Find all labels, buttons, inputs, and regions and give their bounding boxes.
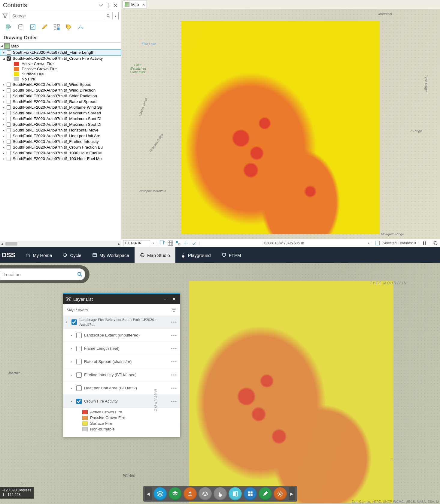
list-by-selection-icon[interactable]	[29, 24, 36, 30]
list-by-editing-icon[interactable]	[41, 24, 48, 30]
layer-checkbox[interactable]	[76, 359, 82, 364]
layer-row[interactable]: ▸SouthForkLF2020-Auto97th.tif_1000 Hour …	[0, 150, 121, 156]
close-icon[interactable]: ✕	[171, 296, 177, 302]
layer-checkbox[interactable]	[7, 117, 11, 121]
list-by-drawing-icon[interactable]	[5, 24, 12, 30]
expand-icon[interactable]: ▸	[71, 387, 74, 390]
location-input[interactable]	[0, 272, 74, 277]
layer-row[interactable]: ▸SouthForkLF2020-Auto97th.tif_Maximum Sp…	[0, 122, 121, 127]
expand-icon[interactable]: ◢	[1, 44, 4, 47]
collapse-icon[interactable]: ▾	[66, 321, 69, 324]
nav-map-studio[interactable]: Map Studio	[135, 247, 175, 263]
expand-icon[interactable]: ▸	[3, 95, 6, 98]
expand-icon[interactable]: ▸	[3, 129, 6, 132]
expand-icon[interactable]: ▸	[3, 117, 6, 120]
layer-checkbox[interactable]	[7, 140, 11, 144]
layer-row[interactable]: ▸SouthForkLF2020-Auto97th.tif_Crown Frac…	[0, 144, 121, 150]
grid-plus-icon[interactable]	[160, 240, 165, 246]
layer-checkbox[interactable]	[71, 319, 77, 325]
layer-checkbox[interactable]	[76, 399, 82, 404]
list-by-source-icon[interactable]	[17, 24, 24, 30]
map-view-bottom[interactable]: Layer List – ✕ Map Layers ▾ Landscape Fi…	[0, 263, 440, 504]
expand-icon[interactable]: ▸	[3, 152, 6, 155]
layer-checkbox[interactable]	[76, 346, 82, 351]
layer-row[interactable]: ▸SouthForkLF2020-Auto97th.tif_Wind Direc…	[0, 87, 121, 93]
tool-edit[interactable]	[259, 487, 272, 500]
layer-checkbox[interactable]	[7, 56, 11, 61]
selection-icon[interactable]	[375, 240, 380, 246]
expand-icon[interactable]: ▸	[71, 373, 74, 376]
list-by-labeling-icon[interactable]	[65, 24, 72, 30]
more-icon[interactable]: •••	[171, 373, 177, 377]
expand-icon[interactable]: ▸	[3, 140, 6, 143]
scroll-right-icon[interactable]: ▶	[117, 242, 121, 246]
map-tab[interactable]: Map ×	[123, 1, 147, 8]
list-by-perspective-icon[interactable]	[77, 24, 84, 30]
layer-checkbox[interactable]	[7, 134, 11, 138]
search-dropdown-icon[interactable]: ▾	[112, 12, 118, 20]
expand-icon[interactable]: ▸	[3, 100, 6, 103]
expand-icon[interactable]: ▸	[3, 146, 6, 149]
sublayer-row[interactable]: ▸Landscape Extent (unbuffered)•••	[63, 329, 180, 342]
tool-layers[interactable]	[153, 487, 167, 500]
sublayer-row[interactable]: ▸Heat per Unit Area (BTU/ft^2)•••	[63, 382, 180, 395]
tree-root-map[interactable]: ◢ Map	[0, 43, 121, 49]
correction-icon[interactable]	[191, 240, 196, 246]
expand-icon[interactable]: ▸	[71, 347, 74, 350]
layer-row[interactable]: ▸SouthForkLF2020-Auto97th.tif_Midflame W…	[0, 104, 121, 110]
expand-icon[interactable]: ▸	[3, 157, 6, 160]
search-input[interactable]	[10, 12, 104, 20]
search-icon[interactable]	[104, 12, 112, 20]
sublayer-row[interactable]: ▸Flame Length (feet)•••	[63, 342, 180, 355]
refresh-icon[interactable]	[433, 240, 438, 246]
scale-input[interactable]	[123, 240, 150, 246]
layer-parent[interactable]: ▾ Landscape Fire Behavior: South Fork LF…	[63, 315, 180, 329]
layer-checkbox[interactable]	[7, 128, 11, 132]
tool-settings[interactable]	[274, 487, 287, 500]
horizontal-scrollbar[interactable]: ◀ ▶	[0, 241, 121, 247]
layer-tree[interactable]: ◢ Map ▸ SouthForkLF2020-Auto97th.tif_Fla…	[0, 43, 121, 241]
map-view-top[interactable]: Map × Mountain Tyee Ridge Natapoc Mounta…	[121, 0, 440, 247]
sublayer-crown-fire[interactable]: ▾ Crown Fire Activity •••	[63, 395, 180, 408]
layer-checkbox[interactable]	[76, 385, 82, 391]
close-icon[interactable]	[113, 3, 118, 8]
expand-icon[interactable]: ▸	[71, 334, 74, 337]
nav-cycle[interactable]: Cycle	[57, 247, 87, 263]
pause-icon[interactable]	[422, 240, 427, 246]
dock-prev-icon[interactable]: ◀	[145, 487, 152, 500]
tool-upload[interactable]	[184, 487, 197, 500]
layer-row[interactable]: ▸SouthForkLF2020-Auto97th.tif_Heat per U…	[0, 133, 121, 139]
layer-checkbox[interactable]	[7, 105, 11, 110]
sublayer-row[interactable]: ▸Rate of Spread (chains/hr)•••	[63, 355, 180, 368]
sublayer-cut[interactable]: ▸ 1 Hr Fuel Moisture (%)	[63, 433, 180, 437]
nav-my-home[interactable]: My Home	[20, 247, 57, 263]
scroll-left-icon[interactable]: ◀	[0, 242, 4, 246]
tool-landscape[interactable]	[199, 487, 212, 500]
layer-checkbox[interactable]	[7, 88, 11, 92]
minimize-icon[interactable]: –	[162, 296, 168, 302]
layer-checkbox[interactable]	[7, 122, 11, 127]
layer-checkbox[interactable]	[7, 83, 11, 87]
more-icon[interactable]: •••	[171, 346, 177, 351]
nav-ftem[interactable]: FTEM	[216, 247, 247, 263]
expand-icon[interactable]: ▸	[3, 123, 6, 126]
layer-checkbox[interactable]	[76, 437, 82, 437]
grid-icon[interactable]	[168, 240, 173, 246]
layer-row[interactable]: ▸SouthForkLF2020-Auto97th.tif_Maximum Sp…	[0, 116, 121, 122]
more-icon[interactable]: •••	[171, 320, 177, 324]
layer-row[interactable]: ▸SouthForkLF2020-Auto97th.tif_Horizontal…	[0, 127, 121, 133]
chevron-down-icon[interactable]: ▾	[368, 242, 369, 245]
more-icon[interactable]: •••	[171, 386, 177, 390]
scrollbar-thumb[interactable]	[5, 242, 17, 246]
collapse-icon[interactable]: ◢	[3, 57, 6, 60]
layer-row[interactable]: ▸SouthForkLF2020-Auto97th.tif_100 Hour F…	[0, 156, 121, 161]
close-icon[interactable]: ×	[142, 2, 145, 7]
layer-checkbox[interactable]	[76, 333, 82, 338]
collapse-icon[interactable]: ▾	[71, 400, 74, 403]
layer-checkbox[interactable]	[76, 372, 82, 378]
pin-icon[interactable]	[105, 3, 111, 8]
snap-icon[interactable]	[175, 240, 181, 246]
tool-fire[interactable]	[214, 487, 227, 500]
layer-row[interactable]: ▸SouthForkLF2020-Auto97th.tif_Solar Radi…	[0, 93, 121, 99]
nav-playground[interactable]: Playground	[175, 247, 216, 263]
